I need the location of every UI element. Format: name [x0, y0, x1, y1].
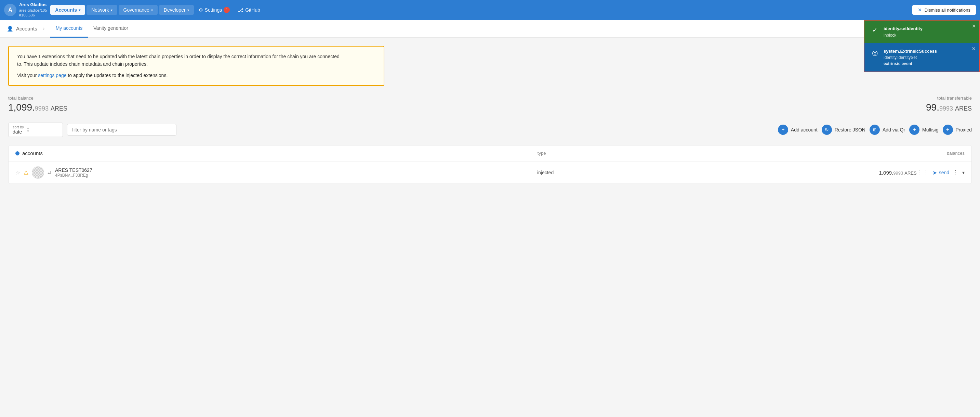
github-icon: ⎇ [238, 7, 243, 13]
settings-page-link[interactable]: settings page [38, 73, 66, 78]
total-balance-amount: 1,099.9993ARES [8, 102, 67, 113]
accounts-section-title: accounts [22, 150, 43, 156]
tab-my-accounts[interactable]: My accounts [50, 20, 88, 38]
notif-title-1: identity.setIdentity [884, 26, 974, 32]
notif-close-2[interactable]: ✕ [972, 46, 976, 51]
dismiss-all-button[interactable]: ✕ Dismiss all notifications [912, 5, 976, 15]
secondary-navigation: 👤 Accounts › My accounts Vanity generato… [0, 20, 980, 38]
brand-sub2: #106,636 [19, 13, 47, 18]
total-balance-label: total balance [8, 96, 67, 101]
multisig-button[interactable]: + Multisig [909, 125, 938, 135]
sort-by-group: sort by date ▲▼ [8, 123, 63, 137]
qr-dots-button[interactable]: ⋮⋮ [917, 169, 929, 176]
network-nav-btn[interactable]: Network ▾ [86, 5, 117, 15]
restore-json-button[interactable]: ↻ Restore JSON [822, 125, 865, 135]
main-content: You have 1 extensions that need to be up… [0, 38, 980, 192]
warning-text1: You have 1 extensions that need to be up… [17, 54, 308, 59]
accounts-section-icon: 👤 [7, 26, 13, 32]
dismiss-x-icon: ✕ [918, 7, 922, 13]
add-via-qr-button[interactable]: ⊞ Add via Qr [870, 125, 905, 135]
multisig-icon: + [909, 125, 920, 135]
brand-name: Ares Gladios [19, 2, 47, 8]
transfer-arrows-icon: ⇄ [48, 170, 52, 175]
brand-logo: A [4, 4, 16, 16]
more-options-button[interactable]: ⋮ [953, 169, 959, 176]
brand-sub1: ares-gladios/105 [19, 8, 47, 13]
notification-success: ✓ identity.setIdentity inblock ✕ [864, 21, 979, 43]
account-balance: 1,099.9993ARES [679, 170, 917, 176]
star-button[interactable]: ☆ [15, 169, 20, 176]
accounts-table-header: accounts type balances [8, 145, 972, 161]
account-type: injected [537, 170, 679, 175]
governance-nav-btn[interactable]: Governance ▾ [119, 5, 158, 15]
warning-visit-text: Visit your [17, 73, 38, 78]
transferrable-currency: ARES [955, 105, 972, 112]
github-nav-btn[interactable]: ⎇ GitHub [235, 5, 264, 15]
col-type-header: type [538, 151, 680, 156]
transferrable-integer: 99. [926, 102, 939, 113]
settings-nav-btn[interactable]: ⚙ Settings 1 [195, 5, 234, 15]
col-balances-header: balances [680, 151, 965, 156]
sort-by-label: sort by [13, 125, 24, 129]
proxied-button[interactable]: + Proxied [943, 125, 972, 135]
transferrable-balance-block: total transferrable 99.9993ARES [926, 96, 972, 113]
balance-currency: ARES [904, 171, 916, 176]
notifications-panel: ✓ identity.setIdentity inblock ✕ ◎ syste… [864, 20, 980, 72]
account-name: ARES TEST0627 [55, 168, 92, 173]
notif-title-2: system.ExtrinsicSuccess [884, 48, 974, 55]
dot-icon [15, 151, 19, 155]
brand-area: A Ares Gladios ares-gladios/105 #106,636 [4, 2, 47, 18]
notif-sub-1: inblock [884, 32, 974, 38]
account-address: 4PsBNv...F33REg [55, 173, 92, 178]
controls-row: sort by date ▲▼ + Add account ↻ Restore … [8, 123, 972, 137]
transferrable-balance-label: total transferrable [926, 96, 972, 101]
tab-vanity-generator[interactable]: Vanity generator [88, 20, 134, 38]
subnav-divider: › [43, 25, 45, 32]
proxied-icon: + [943, 125, 953, 135]
governance-caret-icon: ▾ [151, 8, 153, 12]
accounts-nav-btn[interactable]: Accounts ▾ [50, 5, 85, 15]
table-row: ☆ ⚠ ⇄ ARES TEST0627 4PsBNv...F33REg inje… [8, 161, 972, 184]
settings-gear-icon: ⚙ [199, 7, 203, 13]
warning-text2: are connected [309, 54, 340, 59]
notif-sub2-2: extrinsic event [884, 61, 974, 67]
network-caret-icon: ▾ [111, 8, 113, 12]
total-balance-currency: ARES [51, 105, 67, 112]
add-account-button[interactable]: + Add account [778, 125, 818, 135]
send-button[interactable]: ➤ send [932, 169, 949, 176]
notif-close-1[interactable]: ✕ [972, 23, 976, 29]
balance-decimal: 9993 [893, 171, 903, 176]
extrinsic-icon: ◎ [870, 48, 880, 58]
total-balance-integer: 1,099. [8, 102, 35, 113]
total-balance-block: total balance 1,099.9993ARES [8, 96, 67, 113]
accounts-caret-icon: ▾ [79, 8, 80, 12]
total-balance-decimal: 9993 [35, 105, 49, 112]
send-arrow-icon: ➤ [932, 169, 937, 176]
warning-icon: ⚠ [24, 169, 29, 176]
balance-row: total balance 1,099.9993ARES total trans… [8, 96, 972, 113]
transferrable-balance-amount: 99.9993ARES [926, 102, 972, 113]
warning-banner: You have 1 extensions that need to be up… [8, 46, 384, 86]
sort-arrows-icon[interactable]: ▲▼ [27, 127, 29, 133]
transferrable-decimal: 9993 [939, 105, 953, 112]
filter-input[interactable] [67, 124, 177, 136]
accounts-section: accounts type balances ☆ ⚠ ⇄ ARES TEST06… [8, 145, 972, 184]
avatar [32, 166, 44, 179]
notif-sub1-2: identity.IdentitySet [884, 54, 974, 61]
warning-apply-text: to apply the updates to the injected ext… [67, 73, 168, 78]
settings-badge: 1 [224, 7, 230, 13]
developer-caret-icon: ▾ [188, 8, 189, 12]
restore-json-icon: ↻ [822, 125, 832, 135]
notification-info: ◎ system.ExtrinsicSuccess identity.Ident… [864, 43, 979, 72]
top-navigation: A Ares Gladios ares-gladios/105 #106,636… [0, 0, 980, 20]
add-account-icon: + [778, 125, 788, 135]
success-check-icon: ✓ [870, 26, 880, 35]
add-via-qr-icon: ⊞ [870, 125, 880, 135]
expand-button[interactable]: ▾ [962, 170, 965, 175]
warning-text-line2: to. This update includes chain metadata … [17, 61, 148, 67]
accounts-section-label: Accounts [16, 26, 37, 32]
developer-nav-btn[interactable]: Developer ▾ [159, 5, 194, 15]
balance-integer: 1,099. [879, 170, 894, 176]
sort-by-value: date [13, 129, 24, 134]
